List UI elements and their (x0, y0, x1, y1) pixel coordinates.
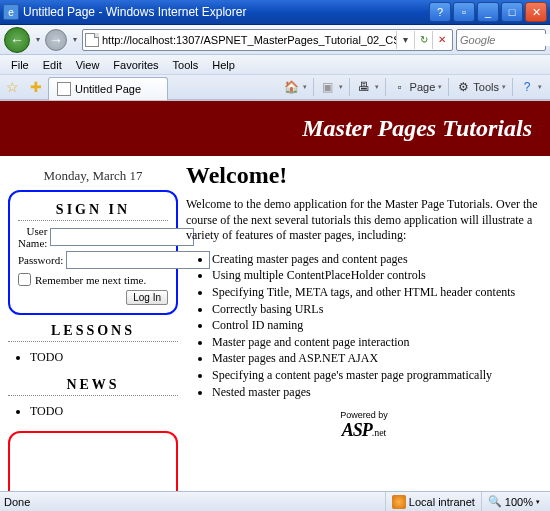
main-content: Welcome! Welcome to the demo application… (186, 162, 542, 510)
status-bar: Done Local intranet 🔍 100% ▾ (0, 491, 550, 511)
signin-title: SIGN IN (18, 198, 168, 221)
date-display: Monday, March 17 (8, 162, 178, 190)
window-title: Untitled Page - Windows Internet Explore… (23, 5, 246, 19)
rss-icon: ▣ (320, 79, 336, 95)
menu-favorites[interactable]: Favorites (106, 57, 165, 73)
help-button[interactable]: ? (429, 2, 451, 22)
menu-tools[interactable]: Tools (166, 57, 206, 73)
address-dropdown[interactable]: ▾ (396, 31, 414, 49)
zone-icon (392, 495, 406, 509)
address-bar: ▾ ↻ ✕ (82, 29, 453, 51)
feature-list: Creating master pages and content pages … (186, 252, 542, 400)
feeds-button[interactable]: ▣▾ (316, 76, 347, 98)
user-input[interactable] (50, 228, 194, 246)
address-input[interactable] (102, 34, 396, 46)
password-label: Password: (18, 254, 66, 266)
tools-menu-button[interactable]: ⚙Tools▾ (451, 76, 510, 98)
list-item: Master pages and ASP.NET AJAX (212, 351, 542, 367)
aspnet-logo: ASP.net (186, 420, 542, 441)
tab-title: Untitled Page (75, 83, 141, 95)
forward-history-dropdown[interactable]: ▾ (70, 35, 79, 44)
page-menu-button[interactable]: ▫Page▾ (388, 76, 447, 98)
minimize-button[interactable]: _ (477, 2, 499, 22)
refresh-button[interactable]: ↻ (414, 31, 432, 49)
forward-button[interactable]: → (45, 29, 67, 51)
lessons-section: LESSONS TODO (8, 319, 178, 369)
list-item: Control ID naming (212, 318, 542, 334)
search-input[interactable] (460, 34, 550, 46)
page-heading: Welcome! (186, 162, 542, 189)
tab-page-icon (57, 82, 71, 96)
home-button[interactable]: 🏠▾ (280, 76, 311, 98)
user-label: User Name: (18, 225, 50, 249)
gear-icon: ⚙ (455, 79, 471, 95)
news-title: NEWS (8, 373, 178, 396)
menu-edit[interactable]: Edit (36, 57, 69, 73)
back-history-dropdown[interactable]: ▾ (33, 35, 42, 44)
zoom-control[interactable]: 🔍 100% ▾ (481, 492, 546, 511)
close-button[interactable]: ✕ (525, 2, 547, 22)
news-section: NEWS TODO (8, 373, 178, 423)
page-icon (85, 33, 99, 47)
print-button[interactable]: 🖶▾ (352, 76, 383, 98)
signin-panel: SIGN IN User Name: Password: Remember me… (8, 190, 178, 315)
list-item: TODO (30, 404, 178, 419)
list-item: Correctly basing URLs (212, 302, 542, 318)
maximize-button[interactable]: □ (501, 2, 523, 22)
zoom-icon: 🔍 (488, 495, 502, 508)
page-menu-icon: ▫ (392, 79, 408, 95)
list-item: TODO (30, 350, 178, 365)
help-menu-button[interactable]: ?▾ (515, 76, 546, 98)
security-zone: Local intranet (385, 492, 481, 511)
page-viewport: Master Pages Tutorials Monday, March 17 … (0, 100, 550, 510)
list-item: Specifying Title, META tags, and other H… (212, 285, 542, 301)
lessons-title: LESSONS (8, 319, 178, 342)
add-favorites-icon[interactable]: ✚ (24, 79, 48, 95)
menu-bar: File Edit View Favorites Tools Help (0, 55, 550, 75)
list-item: Nested master pages (212, 385, 542, 401)
remember-label: Remember me next time. (35, 274, 146, 286)
browser-tab[interactable]: Untitled Page (48, 77, 168, 100)
remember-checkbox[interactable] (18, 273, 31, 286)
stop-button[interactable]: ✕ (432, 31, 450, 49)
back-button[interactable]: ← (4, 27, 30, 53)
help-icon: ? (519, 79, 535, 95)
ie-icon: e (3, 4, 19, 20)
search-bar: 🔍 (456, 29, 546, 51)
menu-view[interactable]: View (69, 57, 107, 73)
menu-file[interactable]: File (4, 57, 36, 73)
favorites-center-icon[interactable]: ☆ (0, 79, 24, 95)
login-button[interactable]: Log In (126, 290, 168, 305)
window-titlebar: e Untitled Page - Windows Internet Explo… (0, 0, 550, 25)
list-item: Creating master pages and content pages (212, 252, 542, 268)
status-text: Done (4, 496, 30, 508)
powered-by: Powered by ASP.net (186, 410, 542, 441)
list-item: Master page and content page interaction (212, 335, 542, 351)
page-banner: Master Pages Tutorials (0, 100, 550, 156)
sidebar: Monday, March 17 SIGN IN User Name: Pass… (8, 162, 178, 510)
nav-toolbar: ← ▾ → ▾ ▾ ↻ ✕ 🔍 (0, 25, 550, 55)
list-item: Specifying a content page's master page … (212, 368, 542, 384)
menu-help[interactable]: Help (205, 57, 242, 73)
tab-toolbar: ☆ ✚ Untitled Page 🏠▾ ▣▾ 🖶▾ ▫Page▾ ⚙Tools… (0, 75, 550, 100)
list-item: Using multiple ContentPlaceHolder contro… (212, 268, 542, 284)
home-icon: 🏠 (284, 79, 300, 95)
toggle-button[interactable]: ▫ (453, 2, 475, 22)
intro-paragraph: Welcome to the demo application for the … (186, 197, 542, 244)
print-icon: 🖶 (356, 79, 372, 95)
